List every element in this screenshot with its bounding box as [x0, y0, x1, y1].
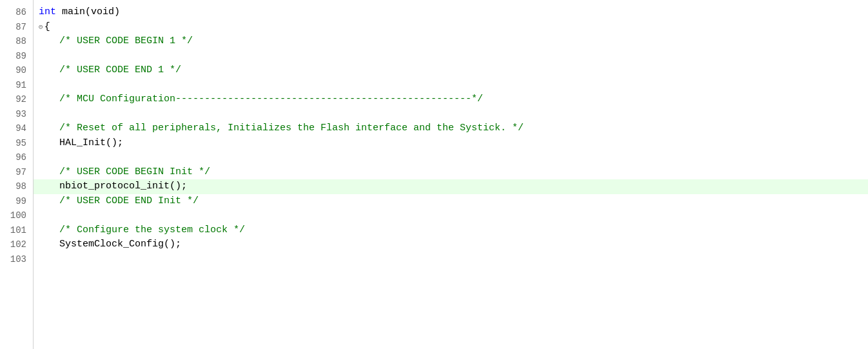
code-line: HAL_Init();: [34, 136, 868, 151]
code-line: SystemClock_Config();: [34, 237, 868, 252]
code-token: /* USER CODE END Init */: [59, 194, 199, 209]
code-token: HAL_Init();: [59, 136, 123, 151]
line-number: 92: [0, 92, 33, 107]
code-token: nbiot_protocol_init();: [59, 179, 187, 194]
code-token: /* Reset of all peripherals, Initializes…: [59, 121, 524, 136]
code-line: [34, 252, 868, 267]
line-number: 93: [0, 107, 33, 122]
line-numbers: 8687888990919293949596979899100101102103: [0, 0, 34, 349]
code-token: int: [39, 5, 56, 20]
line-number: 91: [0, 78, 33, 93]
code-line: [34, 150, 868, 165]
line-number: 87: [0, 20, 33, 35]
code-line: /* Configure the system clock */: [34, 223, 868, 238]
code-line: [34, 107, 868, 122]
line-number: 102: [0, 237, 33, 252]
line-number: 103: [0, 252, 33, 267]
code-line: /* Reset of all peripherals, Initializes…: [34, 121, 868, 136]
line-number: 98: [0, 179, 33, 194]
code-line: [34, 49, 868, 64]
line-number: 96: [0, 150, 33, 165]
code-token: SystemClock_Config();: [59, 237, 181, 252]
code-token: /* Configure the system clock */: [59, 223, 245, 238]
line-number: 88: [0, 34, 33, 49]
code-editor: 8687888990919293949596979899100101102103…: [0, 0, 868, 349]
code-token: {: [44, 20, 50, 35]
code-content[interactable]: int main(void)⊝{/* USER CODE BEGIN 1 *//…: [34, 0, 868, 349]
line-number: 97: [0, 165, 33, 180]
code-line: /* USER CODE BEGIN Init */: [34, 165, 868, 180]
line-number: 89: [0, 49, 33, 64]
collapse-icon[interactable]: ⊝: [39, 20, 43, 35]
line-number: 95: [0, 136, 33, 151]
code-token: main(void): [56, 5, 120, 20]
code-line: nbiot_protocol_init();: [34, 179, 868, 194]
line-number: 99: [0, 194, 33, 209]
code-token: /* USER CODE BEGIN Init */: [59, 165, 210, 180]
line-number: 101: [0, 223, 33, 238]
code-line: /* USER CODE END Init */: [34, 194, 868, 209]
code-token: /* USER CODE END 1 */: [59, 63, 181, 78]
code-line: /* USER CODE END 1 */: [34, 63, 868, 78]
code-token: /* MCU Configuration--------------------…: [59, 92, 483, 107]
code-line: int main(void): [34, 5, 868, 20]
line-number: 90: [0, 63, 33, 78]
code-token: /* USER CODE BEGIN 1 */: [59, 34, 193, 49]
line-number: 94: [0, 121, 33, 136]
code-line: /* MCU Configuration--------------------…: [34, 92, 868, 107]
code-line: ⊝{: [34, 20, 868, 35]
code-line: /* USER CODE BEGIN 1 */: [34, 34, 868, 49]
code-line: [34, 78, 868, 93]
line-number: 100: [0, 208, 33, 223]
code-line: [34, 208, 868, 223]
line-number: 86: [0, 5, 33, 20]
